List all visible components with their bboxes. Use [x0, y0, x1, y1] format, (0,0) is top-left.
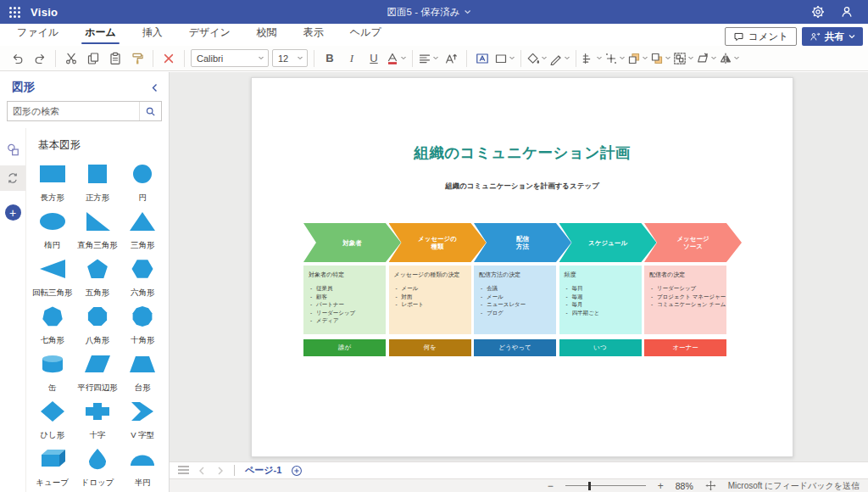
process-column-item: -パートナー	[309, 300, 381, 309]
ribbon-tab-2[interactable]: 挿入	[141, 23, 164, 44]
ribbon-tab-0[interactable]: ファイル	[15, 23, 60, 44]
shape-semicircle[interactable]: 半円	[120, 446, 165, 492]
shape-cross[interactable]: 十字	[75, 399, 120, 446]
ribbon-tab-5[interactable]: 表示	[302, 23, 326, 44]
shape-parallelogram[interactable]: 平行四辺形	[75, 351, 120, 399]
cycle-shapes-stencil-icon[interactable]	[0, 165, 25, 191]
chevron-down-icon	[465, 9, 471, 14]
redo-button[interactable]	[30, 48, 50, 69]
app-launcher-icon[interactable]	[0, 0, 29, 24]
connection-point-button[interactable]	[604, 48, 626, 69]
process-column-item: -コミュニケーション チーム	[649, 300, 722, 309]
page-tab[interactable]: ページ-1	[240, 464, 287, 477]
shape-cube[interactable]: キューブ	[30, 446, 75, 492]
zoom-level[interactable]: 88%	[676, 481, 693, 491]
font-size-select[interactable]: 12	[272, 49, 308, 67]
text-box-button[interactable]	[472, 48, 492, 69]
shape-circle[interactable]: 円	[120, 161, 165, 209]
process-column-heading: 頻度	[565, 271, 637, 279]
previous-page-icon[interactable]	[193, 463, 210, 478]
drawing-canvas[interactable]: 組織のコミュニケーション計画 組織のコミュニケーションを計画するステップ 対象者…	[170, 72, 868, 461]
cut-icon	[64, 52, 78, 65]
process-arrow-3[interactable]: 配信方法	[474, 223, 571, 262]
process-column-1[interactable]: 対象者の特定-従業員-顧客-パートナー-リーダーシップ-メディア誰が	[303, 266, 386, 356]
process-arrow-5[interactable]: メッセージソース	[644, 223, 742, 262]
grow-font-button[interactable]	[441, 48, 461, 69]
shape-ellipse[interactable]: 楕円	[30, 209, 75, 256]
shape-trapezoid[interactable]: 台形	[120, 351, 165, 399]
send-backward-button[interactable]	[650, 48, 671, 69]
font-color-button[interactable]	[386, 48, 407, 69]
ribbon-tab-3[interactable]: デザイン	[187, 23, 232, 44]
process-arrow-1[interactable]: 対象者	[303, 223, 401, 262]
shapes-stencil-icon[interactable]	[0, 137, 25, 162]
process-column-footer: いつ	[559, 339, 642, 356]
shape-rotated-triangle[interactable]: 回転三角形	[30, 256, 75, 304]
shape-heptagon[interactable]: 七角形	[30, 304, 75, 351]
drawing-page[interactable]: 組織のコミュニケーション計画 組織のコミュニケーションを計画するステップ 対象者…	[251, 77, 793, 457]
delete-button[interactable]	[159, 48, 179, 69]
ribbon-tab-1[interactable]: ホーム	[83, 23, 118, 44]
ribbon-tab-6[interactable]: ヘルプ	[348, 23, 383, 44]
shape-square[interactable]: 正方形	[75, 161, 120, 209]
process-column-4[interactable]: 頻度-毎日-毎週-毎月-四半期ごといつ	[559, 266, 642, 356]
bold-button[interactable]: B	[320, 48, 340, 69]
shape-can[interactable]: 缶	[30, 351, 75, 399]
document-title[interactable]: 図面5 - 保存済み	[387, 6, 471, 19]
zoom-in-button[interactable]: +	[658, 481, 664, 491]
shape-pentagon[interactable]: 五角形	[75, 256, 120, 304]
process-column-5[interactable]: 配信者の決定-リーダーシップ-プロジェクト マネージャー-コミュニケーション チ…	[644, 266, 726, 356]
paste-button[interactable]	[105, 48, 125, 69]
bring-forward-button[interactable]	[627, 48, 648, 69]
shape-search-input[interactable]	[8, 106, 139, 116]
group-button[interactable]	[673, 48, 694, 69]
shape-octagon[interactable]: 八角形	[75, 304, 120, 351]
undo-button[interactable]	[8, 48, 28, 69]
zoom-out-button[interactable]: −	[548, 481, 554, 491]
italic-button[interactable]: I	[342, 48, 362, 69]
font-name-select[interactable]: Calibri	[191, 49, 269, 67]
process-column-2[interactable]: メッセージの種類の決定-メール-対面-レポート何を	[389, 266, 471, 356]
paste-icon	[108, 52, 122, 65]
fit-to-window-icon[interactable]	[705, 480, 716, 491]
search-icon[interactable]	[139, 102, 161, 120]
share-button[interactable]: 共有	[802, 27, 863, 46]
shape-rectangle[interactable]: 長方形	[30, 161, 75, 209]
underline-button[interactable]: U	[364, 48, 384, 69]
settings-gear-icon[interactable]	[805, 0, 831, 24]
shape-right-triangle[interactable]: 直角三角形	[75, 209, 120, 256]
align-button[interactable]	[418, 48, 439, 69]
shape-decagon[interactable]: 十角形	[120, 304, 165, 351]
next-page-icon[interactable]	[212, 463, 229, 478]
shape-triangle[interactable]: 三角形	[120, 209, 165, 256]
position-button[interactable]	[581, 48, 603, 69]
zoom-slider[interactable]	[565, 481, 646, 491]
format-painter-button[interactable]	[127, 48, 147, 69]
page-list-icon[interactable]	[175, 463, 192, 478]
feedback-link[interactable]: Microsoft にフィードバックを送信	[728, 480, 860, 492]
fill-color-button[interactable]	[526, 48, 548, 69]
process-column-3[interactable]: 配信方法の決定-会議-メール-ニュースレター-ブログどうやって	[474, 266, 556, 356]
divider	[466, 50, 467, 67]
shape-diamond[interactable]: ひし形	[30, 399, 75, 446]
cut-button[interactable]	[61, 48, 81, 69]
comments-button[interactable]: コメント	[725, 27, 797, 46]
process-arrow-4[interactable]: スケジュール	[559, 223, 657, 262]
copy-button[interactable]	[83, 48, 103, 69]
add-stencil-icon[interactable]: +	[5, 204, 21, 221]
shape-drop[interactable]: ドロップ	[75, 446, 120, 492]
process-arrow-2[interactable]: メッセージの種類	[389, 223, 487, 262]
account-icon[interactable]	[834, 0, 860, 24]
ribbon-tab-4[interactable]: 校閲	[255, 23, 279, 44]
chevron-down-icon	[619, 56, 626, 60]
process-column-item: -レポート	[394, 300, 467, 309]
line-color-button[interactable]	[549, 48, 570, 69]
collapse-panel-icon[interactable]	[151, 83, 159, 92]
flip-button[interactable]	[719, 48, 740, 69]
rotate-button[interactable]	[696, 48, 717, 69]
add-page-icon[interactable]	[288, 463, 305, 478]
zoom-slider-thumb[interactable]	[588, 482, 592, 490]
shape-style-button[interactable]	[494, 48, 515, 69]
shape-hexagon[interactable]: 六角形	[120, 256, 165, 304]
shape-v-shape[interactable]: V 字型	[120, 399, 165, 446]
